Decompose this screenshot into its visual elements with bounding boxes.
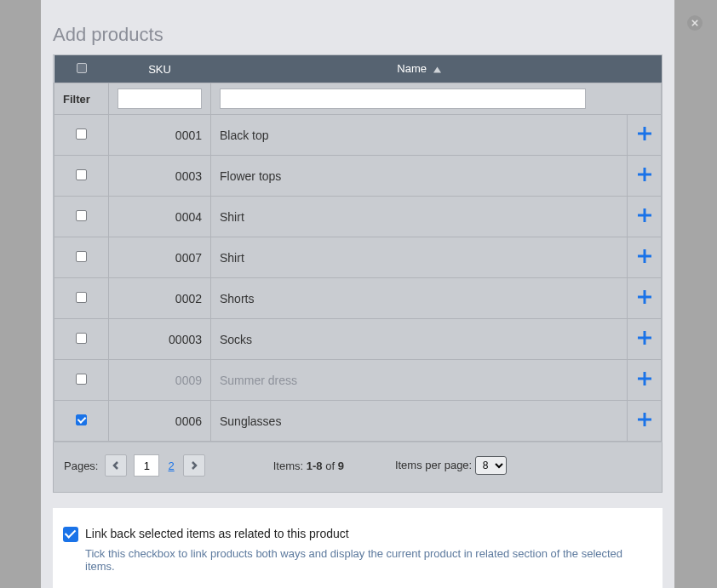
pagination-bar: Pages: 2 Items: 1-8 of 9 Items per page:… — [53, 442, 663, 493]
add-row-button[interactable] — [636, 166, 653, 183]
close-icon — [691, 20, 698, 26]
items-info: Items: 1-8 of 9 — [273, 460, 344, 472]
ipp-label: Items per page: — [395, 459, 472, 471]
cell-sku: 00003 — [109, 319, 211, 360]
link-back-label: Link back selected items as related to t… — [85, 527, 349, 540]
current-page-input[interactable] — [134, 454, 159, 477]
chevron-left-icon — [112, 461, 120, 470]
link-back-checkbox[interactable] — [63, 527, 78, 542]
add-row-button[interactable] — [636, 329, 653, 346]
link-back-hint: Tick this checkbox to link products both… — [85, 547, 647, 573]
plus-icon — [636, 125, 653, 142]
cell-name: Flower tops — [211, 156, 628, 197]
select-all-checkbox[interactable] — [77, 63, 87, 73]
row-checkbox[interactable] — [76, 128, 87, 140]
table-header-row: SKU Name — [54, 55, 662, 83]
svg-marker-0 — [433, 66, 441, 72]
close-modal-button[interactable] — [687, 15, 703, 31]
column-header-name-label: Name — [397, 62, 427, 75]
page-link-2[interactable]: 2 — [166, 460, 175, 472]
modal-title: Add products — [41, 0, 674, 54]
cell-name: Socks — [211, 319, 628, 360]
add-row-button[interactable] — [636, 207, 653, 224]
plus-icon — [636, 207, 653, 224]
column-header-name[interactable]: Name — [211, 55, 628, 83]
column-header-sku[interactable]: SKU — [109, 55, 211, 83]
plus-icon — [636, 166, 653, 183]
next-page-button[interactable] — [183, 454, 205, 477]
add-row-button[interactable] — [636, 288, 653, 305]
cell-name: Shorts — [211, 278, 628, 319]
filter-row: Filter — [54, 83, 662, 115]
filter-name-input[interactable] — [220, 88, 586, 109]
add-row-button[interactable] — [636, 370, 653, 387]
cell-name: Shirt — [211, 237, 628, 278]
cell-sku: 0002 — [109, 278, 211, 319]
row-checkbox[interactable] — [76, 374, 87, 385]
filter-sku-input[interactable] — [118, 88, 202, 109]
add-products-modal: Add products SKU Name — [41, 0, 674, 588]
cell-sku: 0009 — [109, 360, 211, 401]
filter-label: Filter — [63, 93, 90, 106]
table-row: 00003Socks — [54, 319, 662, 360]
items-per-page-select[interactable]: 8 — [475, 456, 507, 475]
row-checkbox[interactable] — [76, 414, 87, 425]
plus-icon — [636, 248, 653, 265]
table-row: 0002Shorts — [54, 278, 662, 319]
cell-sku: 0003 — [109, 156, 211, 197]
sort-asc-icon — [433, 63, 441, 76]
cell-sku: 0001 — [109, 115, 211, 156]
row-checkbox[interactable] — [76, 169, 87, 180]
table-row: 0006Sunglasses — [54, 401, 662, 442]
table-row: 0001Black top — [54, 115, 662, 156]
prev-page-button[interactable] — [105, 454, 127, 477]
table-row: 0004Shirt — [54, 197, 662, 237]
table-row: 0009Summer dress — [54, 360, 662, 401]
row-checkbox[interactable] — [76, 210, 87, 221]
table-row: 0007Shirt — [54, 237, 662, 278]
row-checkbox[interactable] — [76, 292, 87, 303]
chevron-right-icon — [190, 461, 198, 470]
plus-icon — [636, 370, 653, 387]
cell-sku: 0004 — [109, 197, 211, 237]
plus-icon — [636, 411, 653, 428]
row-checkbox[interactable] — [76, 333, 87, 344]
plus-icon — [636, 329, 653, 346]
add-row-button[interactable] — [636, 411, 653, 428]
items-per-page: Items per page: 8 — [395, 456, 507, 475]
add-row-button[interactable] — [636, 125, 653, 142]
row-checkbox[interactable] — [76, 251, 87, 262]
plus-icon — [636, 288, 653, 305]
cell-name: Shirt — [211, 197, 628, 237]
cell-name: Black top — [211, 115, 628, 156]
cell-name: Summer dress — [211, 360, 628, 401]
cell-name: Sunglasses — [211, 401, 628, 442]
add-row-button[interactable] — [636, 248, 653, 265]
pages-label: Pages: — [64, 460, 98, 472]
products-table: SKU Name Filter 0001Black top0003Fl — [53, 54, 663, 442]
link-back-panel: Link back selected items as related to t… — [53, 508, 663, 588]
cell-sku: 0007 — [109, 237, 211, 278]
table-row: 0003Flower tops — [54, 156, 662, 197]
cell-sku: 0006 — [109, 401, 211, 442]
